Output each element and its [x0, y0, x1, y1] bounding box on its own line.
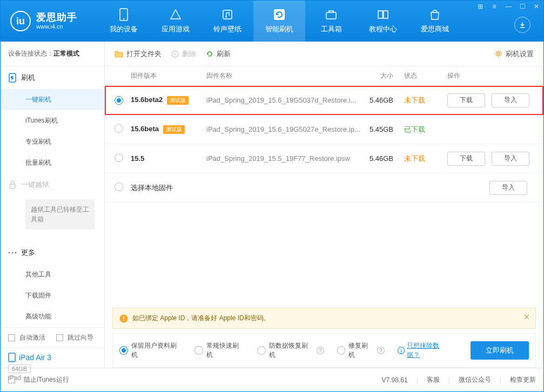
local-firmware-row[interactable]: 选择本地固件 导入 [105, 173, 543, 202]
grid-icon[interactable]: ⊞ [476, 3, 484, 10]
svg-rect-4 [274, 9, 285, 20]
bag-icon [428, 8, 441, 21]
notice-close-icon[interactable]: ✕ [523, 313, 530, 321]
close-icon[interactable]: ✕ [533, 3, 540, 10]
nav-toolbox[interactable]: 工具箱 [305, 1, 357, 42]
svg-point-14 [497, 52, 500, 56]
sidebar-section-flash[interactable]: 刷机 [1, 66, 104, 89]
download-button[interactable]: 下载 [447, 93, 485, 107]
import-button[interactable]: 导入 [489, 181, 527, 195]
nav-ringtones[interactable]: 铃声壁纸 [202, 1, 253, 42]
sidebar: 设备连接状态：正常模式 刷机 一键刷机 iTunes刷机 专业刷机 批量刷机 一… [1, 42, 105, 368]
firmware-name: iPad_Spring_2019_15.6_19G5027e_Restore.i… [206, 125, 361, 133]
sidebar-item-itunes-flash[interactable]: iTunes刷机 [1, 110, 104, 131]
opt-repair-flash[interactable]: 修复刷机? [337, 341, 385, 360]
firmware-status: 未下载 [404, 96, 447, 105]
delete-icon [171, 50, 179, 58]
opt-normal-flash[interactable]: 常规快速刷机 [194, 341, 244, 360]
help-icon[interactable]: ? [317, 347, 324, 354]
table-header: 固件版本 固件名称 大小 状态 操作 [105, 66, 543, 86]
sidebar-item-pro-flash[interactable]: 专业刷机 [1, 131, 104, 152]
svg-rect-17 [123, 320, 124, 321]
svg-rect-2 [223, 10, 232, 19]
notice-bar: 如已绑定 Apple ID，请准备好 Apple ID和密码。 ✕ [112, 308, 536, 329]
help-icon[interactable]: ? [377, 347, 385, 354]
svg-point-3 [225, 16, 227, 18]
sidebar-item-other-tools[interactable]: 其他工具 [1, 264, 104, 285]
opt-keep-data[interactable]: 保留用户资料刷机 [119, 341, 182, 360]
header-size: 大小 [361, 71, 404, 80]
import-button[interactable]: 导入 [492, 152, 529, 166]
sidebar-item-batch-flash[interactable]: 批量刷机 [1, 152, 104, 173]
header-version: 固件版本 [131, 71, 206, 80]
firmware-row[interactable]: 15.6beta2 测试版 iPad_Spring_2019_15.6_19G5… [105, 86, 543, 115]
flash-now-button[interactable]: 立即刷机 [471, 341, 529, 360]
row-radio[interactable] [115, 183, 123, 191]
nav-apps[interactable]: 应用游戏 [150, 1, 202, 42]
sidebar-section-more[interactable]: 更多 [1, 241, 104, 264]
device-name[interactable]: iPad Air 3 [8, 353, 97, 362]
row-radio[interactable] [115, 96, 123, 105]
svg-point-1 [123, 18, 124, 19]
connection-status: 设备连接状态：正常模式 [1, 42, 104, 66]
sidebar-item-advanced[interactable]: 高级功能 [1, 306, 104, 327]
opt-anti-recovery[interactable]: 防数据恢复刷机? [257, 341, 324, 360]
nav-my-device[interactable]: 我的设备 [98, 1, 150, 42]
firmware-row[interactable]: 15.5 iPad_Spring_2019_15.5_19F77_Restore… [105, 144, 543, 173]
block-itunes-label: 阻止iTunes运行 [24, 375, 69, 384]
header-status: 状态 [404, 71, 447, 80]
open-folder-button[interactable]: 打开文件夹 [115, 49, 162, 59]
check-update[interactable]: 检查更新 [510, 375, 536, 384]
svg-rect-7 [10, 184, 15, 188]
warning-icon [119, 314, 128, 323]
beta-tag: 测试版 [167, 96, 189, 105]
auto-activate-checkbox[interactable] [8, 334, 15, 341]
more-icon [8, 248, 17, 257]
svg-point-8 [9, 252, 10, 254]
row-radio[interactable] [115, 153, 123, 162]
svg-rect-16 [123, 316, 124, 319]
customer-service[interactable]: 客服 [427, 375, 440, 384]
svg-point-10 [15, 252, 17, 254]
app-version: V7.98.61 [382, 376, 408, 384]
firmware-size: 5.46GB [361, 154, 404, 163]
svg-point-12 [11, 360, 12, 361]
header-actions: 操作 [447, 71, 534, 80]
top-nav: 我的设备 应用游戏 铃声壁纸 智能刷机 工具箱 教程中心 爱思商城 [98, 1, 461, 42]
maximize-icon[interactable]: ☐ [519, 3, 526, 10]
firmware-row[interactable]: 15.6beta 测试版 iPad_Spring_2019_15.6_19G50… [105, 115, 543, 144]
tablet-icon [8, 353, 16, 362]
refresh-button[interactable]: 刷新 [206, 49, 231, 59]
nav-flash[interactable]: 智能刷机 [253, 1, 305, 42]
phone-icon [117, 8, 130, 21]
svg-point-9 [12, 252, 14, 254]
skip-guide-checkbox[interactable] [56, 334, 63, 341]
sidebar-item-download-firmware[interactable]: 下载固件 [1, 285, 104, 306]
firmware-status: 已下载 [404, 125, 447, 134]
menu-icon[interactable]: ≡ [491, 3, 498, 10]
apps-icon [169, 8, 182, 21]
gear-icon [494, 50, 502, 58]
nav-store[interactable]: 爱思商城 [409, 1, 461, 42]
erase-data-link[interactable]: i只想抹除数据？ [398, 341, 452, 360]
firmware-size: 5.45GB [361, 125, 404, 133]
jailbreak-note: 越狱工具已转移至工具箱 [25, 199, 95, 229]
device-storage: 64GB [8, 364, 31, 373]
music-icon [221, 8, 234, 21]
block-itunes-checkbox[interactable] [8, 376, 15, 383]
delete-button[interactable]: 删除 [171, 49, 196, 59]
import-button[interactable]: 导入 [492, 93, 529, 107]
flash-settings-button[interactable]: 刷机设置 [494, 49, 534, 59]
app-subtitle: www.i4.cn [36, 23, 77, 30]
wechat-link[interactable]: 微信公众号 [459, 375, 491, 384]
auto-activate-row: 自动激活 跳过向导 [1, 328, 104, 348]
sidebar-item-oneclick-flash[interactable]: 一键刷机 [1, 89, 104, 110]
nav-tutorials[interactable]: 教程中心 [357, 1, 409, 42]
row-radio[interactable] [115, 124, 123, 133]
minimize-icon[interactable]: — [505, 3, 512, 10]
firmware-name: iPad_Spring_2019_15.6_19G5037d_Restore.i… [206, 96, 361, 104]
download-button[interactable]: 下载 [447, 152, 485, 166]
download-indicator[interactable] [514, 17, 530, 33]
logo-area: iu 爱思助手 www.i4.cn [1, 11, 87, 31]
flash-options: 保留用户资料刷机 常规快速刷机 防数据恢复刷机? 修复刷机? i只想抹除数据？ … [112, 333, 536, 368]
